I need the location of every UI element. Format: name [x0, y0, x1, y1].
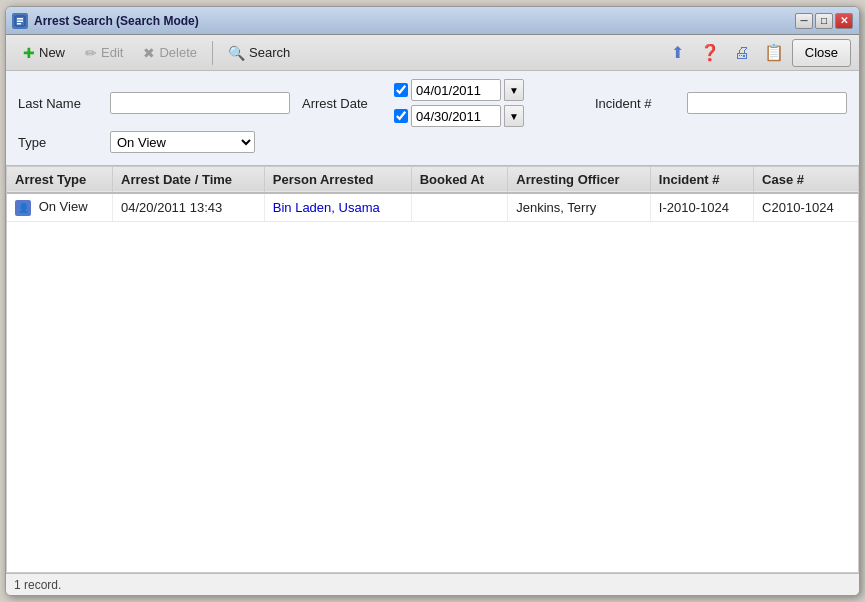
cell-person-arrested[interactable]: Bin Laden, Usama: [264, 193, 411, 221]
col-person-arrested: Person Arrested: [264, 167, 411, 193]
new-button[interactable]: ✚ New: [14, 39, 74, 67]
toolbar-right: ⬆ ❓ 🖨 📋 Close: [664, 39, 851, 67]
maximize-button[interactable]: □: [815, 13, 833, 29]
incident-input[interactable]: [687, 92, 847, 114]
last-name-input[interactable]: [110, 92, 290, 114]
table-header-row: Arrest Type Arrest Date / Time Person Ar…: [7, 167, 858, 193]
cell-incident-num: I-2010-1024: [650, 193, 753, 221]
minimize-button[interactable]: ─: [795, 13, 813, 29]
help-icon[interactable]: ❓: [696, 39, 724, 67]
person-icon: 👤: [15, 200, 31, 216]
cell-arresting-officer: Jenkins, Terry: [508, 193, 651, 221]
col-arrest-datetime: Arrest Date / Time: [113, 167, 265, 193]
toolbar-divider: [212, 41, 213, 65]
edit-button[interactable]: ✏ Edit: [76, 39, 132, 67]
table-body: 👤 On View 04/20/2011 13:43 Bin Laden, Us…: [7, 193, 858, 221]
search-icon: 🔍: [228, 45, 245, 61]
results-table: Arrest Type Arrest Date / Time Person Ar…: [7, 167, 858, 222]
date-from-input[interactable]: 04/01/2011: [411, 79, 501, 101]
search-form: Last Name Arrest Date 04/01/2011 ▼ 04/30…: [6, 71, 859, 166]
svg-rect-3: [17, 23, 21, 25]
window-icon: [12, 13, 28, 29]
date-to-row: 04/30/2011 ▼: [394, 105, 524, 127]
date-from-dropdown[interactable]: ▼: [504, 79, 524, 101]
date-to-input[interactable]: 04/30/2011: [411, 105, 501, 127]
title-bar: Arrest Search (Search Mode) ─ □ ✕: [6, 7, 859, 35]
print-icon[interactable]: 🖨: [728, 39, 756, 67]
results-table-container: Arrest Type Arrest Date / Time Person Ar…: [6, 166, 859, 573]
incident-label: Incident #: [595, 96, 675, 111]
col-arrest-type: Arrest Type: [7, 167, 113, 193]
dates-stack: 04/01/2011 ▼ 04/30/2011 ▼: [394, 79, 524, 127]
new-label: New: [39, 45, 65, 60]
window-title: Arrest Search (Search Mode): [34, 14, 795, 28]
main-window: Arrest Search (Search Mode) ─ □ ✕ ✚ New …: [5, 6, 860, 596]
table-header: Arrest Type Arrest Date / Time Person Ar…: [7, 167, 858, 193]
last-name-label: Last Name: [18, 96, 98, 111]
type-select[interactable]: On View Warrant Citizen Arrest Other: [110, 131, 255, 153]
titlebar-close-button[interactable]: ✕: [835, 13, 853, 29]
date-from-row: 04/01/2011 ▼: [394, 79, 524, 101]
nav-up-icon[interactable]: ⬆: [664, 39, 692, 67]
delete-label: Delete: [159, 45, 197, 60]
delete-icon: ✖: [143, 45, 155, 61]
arrest-type-value[interactable]: On View: [39, 199, 88, 214]
col-incident-num: Incident #: [650, 167, 753, 193]
table-row[interactable]: 👤 On View 04/20/2011 13:43 Bin Laden, Us…: [7, 193, 858, 221]
cell-booked-at: [411, 193, 508, 221]
new-icon: ✚: [23, 45, 35, 61]
type-label: Type: [18, 135, 98, 150]
window-controls: ─ □ ✕: [795, 13, 853, 29]
form-row-1: Last Name Arrest Date 04/01/2011 ▼ 04/30…: [18, 79, 847, 127]
date-to-checkbox[interactable]: [394, 109, 408, 123]
date-from-checkbox[interactable]: [394, 83, 408, 97]
arrest-date-label: Arrest Date: [302, 96, 382, 111]
cell-arrest-type: 👤 On View: [7, 193, 113, 221]
col-arresting-officer: Arresting Officer: [508, 167, 651, 193]
col-booked-at: Booked At: [411, 167, 508, 193]
form-row-2: Type On View Warrant Citizen Arrest Othe…: [18, 131, 847, 153]
edit-icon: ✏: [85, 45, 97, 61]
search-button[interactable]: 🔍 Search: [219, 39, 299, 67]
close-button[interactable]: Close: [792, 39, 851, 67]
toolbar: ✚ New ✏ Edit ✖ Delete 🔍 Search ⬆ ❓ 🖨 📋 C…: [6, 35, 859, 71]
svg-rect-2: [17, 20, 23, 22]
delete-button[interactable]: ✖ Delete: [134, 39, 206, 67]
date-to-dropdown[interactable]: ▼: [504, 105, 524, 127]
svg-rect-1: [17, 18, 23, 20]
cell-arrest-datetime: 04/20/2011 13:43: [113, 193, 265, 221]
col-case-num: Case #: [754, 167, 858, 193]
search-label: Search: [249, 45, 290, 60]
status-bar: 1 record.: [6, 573, 859, 595]
status-text: 1 record.: [14, 578, 61, 592]
export-icon[interactable]: 📋: [760, 39, 788, 67]
cell-case-num: C2010-1024: [754, 193, 858, 221]
edit-label: Edit: [101, 45, 123, 60]
